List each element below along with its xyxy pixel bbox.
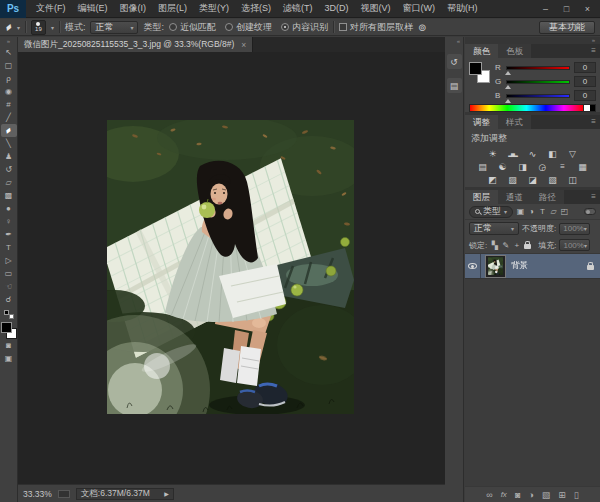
exposure-icon[interactable]: ◧ xyxy=(546,148,560,160)
quick-mask-button[interactable]: ◙ xyxy=(1,339,17,352)
tool-preset-arrow-icon[interactable]: ▾ xyxy=(17,24,20,31)
adjustment-layer-button[interactable]: ◑ xyxy=(528,488,533,502)
brush-picker-arrow-icon[interactable]: ▾ xyxy=(51,24,54,31)
lock-image-icon[interactable]: ✎ xyxy=(501,241,510,250)
history-panel-button[interactable]: ↺ xyxy=(447,54,462,69)
threshold-icon[interactable]: ◪ xyxy=(526,174,540,186)
blue-slider[interactable] xyxy=(506,94,570,98)
blend-mode-dropdown[interactable]: 正常 ▾ xyxy=(90,21,138,34)
menu-type[interactable]: 类型(Y) xyxy=(193,0,235,17)
default-colors-icon[interactable] xyxy=(4,310,14,319)
delete-layer-button[interactable]: ▯ xyxy=(574,488,579,502)
black-white-icon[interactable]: ◨ xyxy=(516,161,530,173)
green-slider[interactable] xyxy=(506,80,570,84)
filter-smart-objects-icon[interactable]: ◰ xyxy=(560,207,569,216)
panel-menu-icon[interactable]: ≡ xyxy=(587,44,600,58)
quick-selection-tool[interactable]: ◉ xyxy=(1,85,17,98)
layer-filter-toggle[interactable] xyxy=(584,208,596,215)
panel-menu-icon[interactable]: ≡ xyxy=(587,190,600,204)
menu-file[interactable]: 文件(F) xyxy=(30,0,72,17)
tab-color[interactable]: 颜色 xyxy=(465,44,498,58)
tablet-pressure-icon[interactable]: ⊚ xyxy=(418,22,426,33)
radio-content-aware[interactable]: 内容识别 xyxy=(281,21,328,34)
red-value-input[interactable]: 0 xyxy=(574,62,596,73)
menu-layer[interactable]: 图层(L) xyxy=(152,0,193,17)
spectrum-bar[interactable] xyxy=(469,104,584,112)
color-balance-icon[interactable]: ☯ xyxy=(496,161,510,173)
vibrance-icon[interactable]: ▽ xyxy=(566,148,580,160)
slider-thumb-icon[interactable] xyxy=(505,96,511,103)
menu-select[interactable]: 选择(S) xyxy=(235,0,277,17)
slider-thumb-icon[interactable] xyxy=(505,82,511,89)
color-lookup-icon[interactable]: ▦ xyxy=(576,161,590,173)
menu-filter[interactable]: 滤镜(T) xyxy=(277,0,319,17)
menu-3d[interactable]: 3D(D) xyxy=(319,0,355,17)
radio-proximity-match[interactable]: 近似匹配 xyxy=(169,21,216,34)
maximize-button[interactable]: □ xyxy=(556,1,577,17)
invert-icon[interactable]: ◩ xyxy=(486,174,500,186)
brush-tool[interactable]: ╲ xyxy=(1,137,17,150)
close-button[interactable]: × xyxy=(577,1,598,17)
menu-help[interactable]: 帮助(H) xyxy=(441,0,484,17)
filter-adjustment-layers-icon[interactable]: ◑ xyxy=(527,207,536,216)
lock-transparency-icon[interactable]: ▚ xyxy=(490,241,499,250)
brush-preset-picker[interactable]: 19 xyxy=(31,20,46,35)
layer-group-button[interactable]: ▧ xyxy=(542,488,551,502)
posterize-icon[interactable]: ▨ xyxy=(506,174,520,186)
visibility-cell[interactable] xyxy=(465,254,481,278)
fill-input[interactable]: 100% ▾ xyxy=(559,239,590,251)
foreground-color-swatch[interactable] xyxy=(1,322,12,333)
layer-blend-mode-dropdown[interactable]: 正常 ▾ xyxy=(469,222,519,235)
channel-mixer-icon[interactable]: ≡ xyxy=(556,161,570,173)
slider-thumb-icon[interactable] xyxy=(505,68,511,75)
layer-row-background[interactable]: 背景 xyxy=(465,254,600,279)
spot-healing-brush-tool[interactable]: ▰ xyxy=(1,124,17,137)
lasso-tool[interactable]: ρ xyxy=(1,72,17,85)
blue-value-input[interactable]: 0 xyxy=(574,90,596,101)
canvas-area[interactable] xyxy=(18,52,445,484)
clone-stamp-tool[interactable]: ♟ xyxy=(1,150,17,163)
layer-name[interactable]: 背景 xyxy=(511,260,587,272)
new-layer-button[interactable]: ⊞ xyxy=(558,488,566,502)
layer-mask-button[interactable]: ◙ xyxy=(515,488,520,502)
move-tool[interactable]: ↖ xyxy=(1,46,17,59)
rectangular-marquee-tool[interactable]: ▢ xyxy=(1,59,17,72)
curves-icon[interactable]: ∿ xyxy=(526,148,540,160)
tab-channels[interactable]: 通道 xyxy=(498,190,531,204)
red-slider[interactable] xyxy=(506,66,570,70)
pen-tool[interactable]: ✒ xyxy=(1,228,17,241)
menu-edit[interactable]: 编辑(E) xyxy=(72,0,114,17)
selective-color-icon[interactable]: ▧ xyxy=(546,174,560,186)
menu-view[interactable]: 视图(V) xyxy=(355,0,397,17)
document-tab[interactable]: 微信图片_20250825115535_3_3.jpg @ 33.3%(RGB/… xyxy=(18,37,253,52)
radio-create-texture[interactable]: 创建纹理 xyxy=(225,21,272,34)
screen-mode-button[interactable]: ▣ xyxy=(1,352,17,365)
history-brush-tool[interactable]: ↺ xyxy=(1,163,17,176)
workspace-switcher-button[interactable]: 基本功能 xyxy=(539,21,595,34)
color-swatch-control[interactable] xyxy=(1,322,17,339)
filter-shape-layers-icon[interactable]: ▱ xyxy=(549,207,558,216)
photo-canvas[interactable] xyxy=(107,120,354,414)
filter-type-layers-icon[interactable]: T xyxy=(538,207,547,216)
gradient-map-icon[interactable]: ◫ xyxy=(566,174,580,186)
menu-image[interactable]: 图像(I) xyxy=(114,0,153,17)
tab-paths[interactable]: 路径 xyxy=(531,190,564,204)
panel-menu-icon[interactable]: ≡ xyxy=(587,115,600,129)
minimize-button[interactable]: – xyxy=(535,1,556,17)
menu-window[interactable]: 窗口(W) xyxy=(397,0,442,17)
status-expand-icon[interactable]: ▶ xyxy=(164,490,169,497)
levels-icon[interactable]: ▂▅▂ xyxy=(506,148,520,160)
type-tool[interactable]: T xyxy=(1,241,17,254)
layer-style-button[interactable]: fx xyxy=(501,488,507,502)
layer-filter-type-select[interactable]: 类型 ▾ xyxy=(469,206,513,218)
blur-tool[interactable]: ● xyxy=(1,202,17,215)
eyedropper-tool[interactable]: ╱ xyxy=(1,111,17,124)
shape-tool[interactable]: ▭ xyxy=(1,267,17,280)
green-value-input[interactable]: 0 xyxy=(574,76,596,87)
close-tab-icon[interactable]: × xyxy=(241,40,246,50)
zoom-level-field[interactable]: 33.33% xyxy=(23,489,52,499)
layer-thumbnail[interactable] xyxy=(486,256,505,277)
lock-position-icon[interactable]: + xyxy=(512,241,521,250)
lock-all-icon[interactable] xyxy=(524,244,531,249)
tab-layers[interactable]: 图层 xyxy=(465,190,498,204)
